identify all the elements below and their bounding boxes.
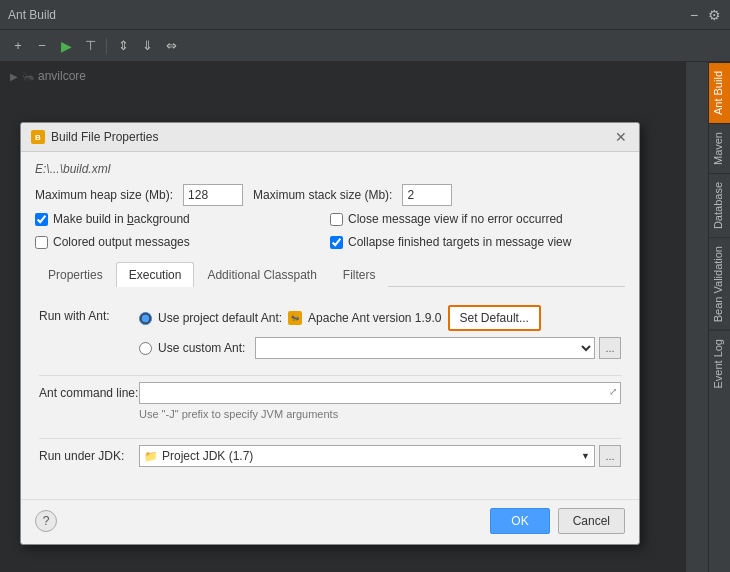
dialog-footer: ? OK Cancel (21, 499, 639, 544)
sidebar-tab-database[interactable]: Database (709, 173, 731, 237)
title-bar-controls: − ⚙ (686, 7, 722, 23)
dialog-close-button[interactable]: ✕ (613, 129, 629, 145)
tab-filters[interactable]: Filters (330, 262, 389, 287)
ant-command-hint: Use "-J" prefix to specify JVM arguments (139, 408, 621, 420)
sidebar-tab-bean-validation[interactable]: Bean Validation (709, 237, 731, 330)
collapse-finished-checkbox[interactable] (330, 236, 343, 249)
use-custom-ant-row: Use custom Ant: ... (139, 337, 621, 359)
use-project-default-label: Use project default Ant: (158, 311, 282, 325)
window-title: Ant Build (8, 8, 56, 22)
checkbox-col-left: Make build in background Colored output … (35, 212, 330, 254)
tab-additional-classpath[interactable]: Additional Classpath (194, 262, 329, 287)
right-sidebar: Ant Build Maven Database Bean Validation… (708, 62, 730, 572)
ant-version-icon: 🐜 (288, 311, 302, 325)
use-project-default-row: Use project default Ant: 🐜 Apache Ant ve… (139, 305, 621, 331)
max-heap-input[interactable] (183, 184, 243, 206)
cmd-input-row: ⤢ (139, 382, 621, 404)
add-button[interactable]: + (8, 36, 28, 56)
custom-ant-dropdown-row: ... (255, 337, 621, 359)
colored-output-label: Colored output messages (53, 235, 190, 249)
ant-command-line-content: ⤢ Use "-J" prefix to specify JVM argumen… (139, 382, 621, 428)
tab-content-execution: Run with Ant: Use project default Ant: 🐜 (35, 297, 625, 485)
toolbar: + − ▶ ⊤ ⇕ ⇓ ⇔ (0, 30, 730, 62)
gear-button[interactable]: ⚙ (706, 7, 722, 23)
sort-alpha-button[interactable]: ⇔ (161, 36, 181, 56)
collapse-finished-row: Collapse finished targets in message vie… (330, 235, 625, 249)
tab-properties[interactable]: Properties (35, 262, 116, 287)
ant-command-line-section: Ant command line: ⤢ Use "-J" prefix to s… (39, 382, 621, 428)
help-button[interactable]: ? (35, 510, 57, 532)
tab-bar: Properties Execution Additional Classpat… (35, 262, 625, 287)
dialog: B Build File Properties ✕ E:\...\build.x… (20, 122, 640, 545)
jdk-select-display[interactable]: 📁 Project JDK (1.7) ▼ (139, 445, 595, 467)
use-custom-ant-radio[interactable] (139, 342, 152, 355)
jdk-dropdown-row: 📁 Project JDK (1.7) ▼ ... (139, 445, 621, 467)
sidebar-tab-ant-build[interactable]: Ant Build (709, 62, 731, 123)
make-build-row: Make build in background (35, 212, 330, 226)
ide-window: Ant Build − ⚙ + − ▶ ⊤ ⇕ ⇓ ⇔ ▶ 🐜 anvilcor… (0, 0, 730, 572)
run-with-ant-section: Run with Ant: Use project default Ant: 🐜 (39, 305, 621, 365)
run-with-ant-content: Use project default Ant: 🐜 Apache Ant ve… (139, 305, 621, 365)
jdk-folder-icon: 📁 (144, 450, 158, 463)
sidebar-tab-maven[interactable]: Maven (709, 123, 731, 173)
ant-command-line-label: Ant command line: (39, 382, 139, 400)
tab-execution[interactable]: Execution (116, 262, 195, 287)
sort-asc-button[interactable]: ⇕ (113, 36, 133, 56)
title-bar-left: Ant Build (8, 8, 56, 22)
ant-command-line-input[interactable] (139, 382, 621, 404)
colored-output-checkbox[interactable] (35, 236, 48, 249)
title-bar: Ant Build − ⚙ (0, 0, 730, 30)
jdk-browse-button[interactable]: ... (599, 445, 621, 467)
footer-right: OK Cancel (490, 508, 625, 534)
ant-version-text: Apache Ant version 1.9.0 (308, 311, 441, 325)
max-heap-label: Maximum heap size (Mb): (35, 188, 173, 202)
custom-ant-browse-button[interactable]: ... (599, 337, 621, 359)
jdk-value: Project JDK (1.7) (162, 449, 253, 463)
make-build-checkbox[interactable] (35, 213, 48, 226)
main-panel: ▶ 🐜 anvilcore B Build File Properties ✕ (0, 62, 708, 572)
toolbar-separator (106, 38, 107, 54)
run-button[interactable]: ▶ (56, 36, 76, 56)
max-stack-input[interactable] (402, 184, 452, 206)
close-message-checkbox[interactable] (330, 213, 343, 226)
make-build-label: Make build in background (53, 212, 190, 226)
use-project-default-radio[interactable] (139, 312, 152, 325)
run-with-ant-label: Run with Ant: (39, 305, 139, 323)
run-under-jdk-section: Run under JDK: 📁 Project JDK (1.7) ▼ (39, 445, 621, 467)
colored-output-row: Colored output messages (35, 235, 330, 249)
sidebar-tab-event-log[interactable]: Event Log (709, 330, 731, 397)
checkbox-col-right: Close message view if no error occurred … (330, 212, 625, 254)
jdk-row: 📁 Project JDK (1.7) ▼ ... (139, 445, 621, 467)
filter-button[interactable]: ⊤ (80, 36, 100, 56)
close-message-label: Close message view if no error occurred (348, 212, 563, 226)
custom-ant-dropdown[interactable] (255, 337, 595, 359)
content-area: ▶ 🐜 anvilcore B Build File Properties ✕ (0, 62, 730, 572)
modal-overlay: B Build File Properties ✕ E:\...\build.x… (0, 62, 686, 572)
run-under-jdk-label: Run under JDK: (39, 445, 139, 463)
divider-1 (39, 375, 621, 376)
jdk-dropdown-arrow: ▼ (581, 451, 590, 461)
dialog-body: E:\...\build.xml Maximum heap size (Mb):… (21, 152, 639, 495)
set-default-button[interactable]: Set Default... (448, 305, 541, 331)
sort-desc-button[interactable]: ⇓ (137, 36, 157, 56)
expand-icon: ⤢ (609, 386, 617, 397)
checkbox-columns: Make build in background Colored output … (35, 212, 625, 254)
collapse-finished-label: Collapse finished targets in message vie… (348, 235, 571, 249)
close-message-row: Close message view if no error occurred (330, 212, 625, 226)
minimize-button[interactable]: − (686, 7, 702, 23)
divider-2 (39, 438, 621, 439)
file-path: E:\...\build.xml (35, 162, 625, 176)
cancel-button[interactable]: Cancel (558, 508, 625, 534)
use-custom-ant-label: Use custom Ant: (158, 341, 245, 355)
ok-button[interactable]: OK (490, 508, 549, 534)
run-under-jdk-content: 📁 Project JDK (1.7) ▼ ... (139, 445, 621, 467)
dialog-title: Build File Properties (51, 130, 158, 144)
dialog-icon: B (31, 130, 45, 144)
heap-stack-row: Maximum heap size (Mb): Maximum stack si… (35, 184, 625, 206)
max-stack-label: Maximum stack size (Mb): (253, 188, 392, 202)
ant-info: 🐜 Apache Ant version 1.9.0 (288, 311, 441, 325)
remove-button[interactable]: − (32, 36, 52, 56)
dialog-title-left: B Build File Properties (31, 130, 158, 144)
dialog-title-bar: B Build File Properties ✕ (21, 123, 639, 152)
